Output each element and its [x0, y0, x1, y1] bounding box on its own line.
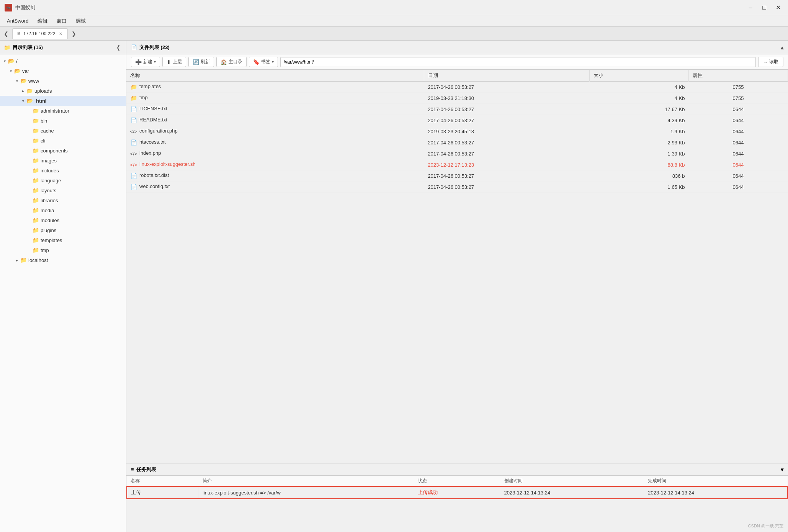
tree-label-uploads: uploads: [34, 88, 52, 94]
read-button[interactable]: → 读取: [758, 57, 783, 67]
table-row[interactable]: 📄htaccess.txt 2017-04-26 00:53:27 2.93 K…: [126, 137, 788, 148]
file-attr-cell: 0644: [688, 148, 788, 159]
tree-item-var[interactable]: ▾ 📂 var: [0, 66, 126, 76]
file-name-cell: 📄htaccess.txt: [126, 137, 424, 148]
menu-window[interactable]: 窗口: [53, 16, 70, 26]
tree-item-libraries[interactable]: 📁 libraries: [0, 195, 126, 205]
code-icon: </>: [130, 150, 137, 157]
tab-close-btn[interactable]: ✕: [57, 31, 64, 37]
table-row[interactable]: 📄web.config.txt 2017-04-26 00:53:27 1.65…: [126, 182, 788, 193]
table-row[interactable]: </>index.php 2017-04-26 00:53:27 1.39 Kb…: [126, 148, 788, 159]
task-title: 任务列表: [136, 466, 156, 473]
app-title: 中国蚁剑: [15, 4, 745, 11]
tree-item-plugins[interactable]: 📁 plugins: [0, 225, 126, 235]
tree-item-bin[interactable]: 📁 bin: [0, 116, 126, 126]
file-date-cell: 2017-04-26 00:53:27: [424, 137, 589, 148]
file-list-panel: 📄 文件列表 (23) ▴ ➕ 新建 ▾ ⬆ 上层 🔄: [126, 41, 788, 463]
file-icon: 📄: [130, 139, 137, 146]
path-input[interactable]: [280, 57, 756, 67]
tree-label-cli: cli: [41, 138, 45, 144]
tree-item-html[interactable]: ▾ 📂 html: [0, 96, 126, 106]
task-completed-cell: 2023-12-12 14:13:24: [644, 486, 788, 499]
tree-label-libraries: libraries: [41, 198, 58, 203]
tree-item-templates[interactable]: 📁 templates: [0, 235, 126, 245]
tree-label-templates: templates: [41, 237, 62, 243]
code-icon: </>: [130, 128, 137, 135]
tree-item-localhost[interactable]: ▸ 📁 localhost: [0, 255, 126, 265]
watermark: CSDN @一纸·荒芜: [748, 523, 783, 529]
table-row[interactable]: 📄README.txt 2017-04-26 00:53:27 4.39 Kb …: [126, 115, 788, 126]
file-size-cell: 4 Kb: [589, 82, 688, 93]
task-panel: ≡ 任务列表 ▾ 名称 简介 状态 创建时间 完成时间: [126, 463, 788, 532]
home-button[interactable]: 🏠 主目录: [216, 57, 247, 67]
file-attr-cell: 0644: [688, 115, 788, 126]
folder-icon: 📁: [20, 257, 27, 264]
file-attr-cell: 0644: [688, 126, 788, 137]
tree-label-modules: modules: [41, 218, 59, 223]
folder-icon: 📁: [32, 217, 39, 224]
up-button[interactable]: ⬆ 上层: [162, 57, 186, 67]
tree-item-components[interactable]: 📁 components: [0, 146, 126, 156]
file-icon-header: 📄: [131, 44, 137, 50]
tree-item-cache[interactable]: 📁 cache: [0, 126, 126, 136]
tree-item-www[interactable]: ▾ 📂 www: [0, 76, 126, 86]
task-row[interactable]: 上传 linux-exploit-suggester.sh => /var/w …: [127, 486, 788, 499]
tree-label-language: language: [41, 178, 61, 183]
dropdown-arrow-icon: ▾: [154, 60, 156, 64]
col-header-attr: 属性: [688, 70, 788, 82]
close-button[interactable]: ✕: [773, 2, 783, 13]
tree-label-localhost: localhost: [28, 257, 48, 263]
refresh-button[interactable]: 🔄 刷新: [188, 57, 214, 67]
tree-item-tmp[interactable]: 📁 tmp: [0, 245, 126, 255]
menu-edit[interactable]: 编辑: [34, 16, 51, 26]
maximize-button[interactable]: □: [759, 2, 770, 13]
tree-item-root[interactable]: ▾ 📂 /: [0, 56, 126, 66]
tree-item-language[interactable]: 📁 language: [0, 175, 126, 185]
file-date-cell: 2017-04-26 00:53:27: [424, 115, 589, 126]
task-header: ≡ 任务列表 ▾: [126, 463, 788, 476]
table-row[interactable]: </>linux-exploit-suggester.sh 2023-12-12…: [126, 159, 788, 170]
file-table-wrapper: 名称 日期 大小 属性 📁templates 2017-04-26 00:53:…: [126, 70, 788, 463]
tree-item-layouts[interactable]: 📁 layouts: [0, 185, 126, 195]
tree-label-tmp: tmp: [41, 247, 49, 253]
tree-item-administrator[interactable]: 📁 administrator: [0, 106, 126, 116]
minimize-button[interactable]: –: [745, 2, 756, 13]
tree-item-uploads[interactable]: ▸ 📁 uploads: [0, 86, 126, 96]
table-row[interactable]: 📄robots.txt.dist 2017-04-26 00:53:27 836…: [126, 170, 788, 182]
tree-item-cli[interactable]: 📁 cli: [0, 136, 126, 146]
tree-label-layouts: layouts: [41, 188, 56, 193]
file-list-collapse-btn[interactable]: ▴: [781, 44, 783, 51]
menu-debug[interactable]: 调试: [72, 16, 90, 26]
file-icon: 📄: [130, 172, 137, 179]
table-row[interactable]: 📄LICENSE.txt 2017-04-26 00:53:27 17.67 K…: [126, 104, 788, 115]
tree-label-includes: includes: [41, 168, 59, 174]
menu-bar: AntSword 编辑 窗口 调试: [0, 15, 788, 27]
sidebar-collapse-btn[interactable]: ❬: [114, 44, 122, 51]
file-name-cell: </>index.php: [126, 148, 424, 159]
file-list-header: 📄 文件列表 (23) ▴: [126, 41, 788, 54]
tree-item-includes[interactable]: 📁 includes: [0, 165, 126, 175]
file-size-cell: 1.65 Kb: [589, 182, 688, 193]
folder-icon: 📁: [32, 237, 39, 244]
task-collapse-btn[interactable]: ▾: [781, 467, 783, 473]
tree-toggle-html: ▾: [20, 98, 26, 104]
tab-nav-next[interactable]: ❯: [69, 29, 78, 38]
new-button[interactable]: ➕ 新建 ▾: [131, 57, 160, 67]
tab-connection[interactable]: 🖥 172.16.100.222 ✕: [12, 28, 68, 39]
tree-label-www: www: [28, 78, 39, 84]
menu-antsword[interactable]: AntSword: [3, 16, 32, 25]
bookmark-button[interactable]: 🔖 书签 ▾: [249, 57, 278, 67]
file-name-cell: </>linux-exploit-suggester.sh: [126, 159, 424, 170]
table-row[interactable]: 📁templates 2017-04-26 00:53:27 4 Kb 0755: [126, 82, 788, 93]
table-row[interactable]: </>configuration.php 2019-03-23 20:45:13…: [126, 126, 788, 137]
task-success-badge: 上传成功: [418, 489, 438, 495]
file-size-cell: 1.9 Kb: [589, 126, 688, 137]
tab-nav-prev[interactable]: ❮: [2, 29, 11, 38]
home-icon: 🏠: [221, 59, 227, 65]
table-row[interactable]: 📁tmp 2019-03-23 21:18:30 4 Kb 0755: [126, 93, 788, 104]
file-attr-cell: 0755: [688, 93, 788, 104]
tree-item-modules[interactable]: 📁 modules: [0, 215, 126, 225]
tree-item-media[interactable]: 📁 media: [0, 205, 126, 215]
tree-item-images[interactable]: 📁 images: [0, 156, 126, 165]
tree-toggle-uploads: ▸: [20, 88, 26, 94]
